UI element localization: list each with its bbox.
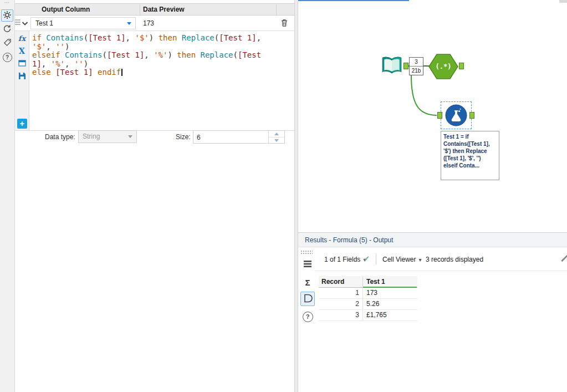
add-expression-button[interactable]: +: [17, 119, 27, 129]
chevron-down-icon: [127, 22, 131, 25]
chevron-down-icon: [128, 135, 132, 138]
output-column-select[interactable]: Test 1: [30, 17, 136, 29]
results-table-header: Record Test 1: [319, 276, 417, 288]
size-input[interactable]: [193, 131, 270, 144]
row-drag-handle[interactable]: [15, 19, 21, 26]
expression-row: Test 1 173: [15, 16, 294, 31]
insert-column-button[interactable]: X: [16, 45, 28, 57]
configuration-tab[interactable]: [1, 9, 13, 22]
text-cursor: [121, 69, 122, 76]
chevron-down-icon: [21, 22, 29, 29]
gear-icon: [3, 11, 12, 21]
formula-editor-gutter: fx X +: [15, 31, 29, 130]
tool-annotation[interactable]: Test 1 = if Contains([Test 1], '$') then…: [441, 131, 499, 180]
value-cell: 173: [363, 288, 417, 298]
results-table: Record Test 1 117325.263£1,765: [319, 276, 417, 321]
table-row: 25.26: [319, 299, 417, 310]
saved-expressions-icon: [18, 59, 26, 69]
refresh-icon: [3, 24, 12, 35]
output-anchor[interactable]: [459, 63, 464, 69]
bubble-icon: [303, 293, 313, 305]
collapse-expression-button[interactable]: [21, 19, 29, 28]
formula-editor[interactable]: if Contains([Test 1], '$') then Replace(…: [29, 31, 294, 93]
panel-splitter[interactable]: [294, 0, 298, 392]
pencil-icon[interactable]: [561, 254, 567, 262]
data-type-select[interactable]: String: [78, 130, 137, 143]
connection-label[interactable]: 3 21b: [409, 57, 423, 75]
alteryx-designer: { "colors": { "accent_blue": "#1e7fd1", …: [0, 0, 567, 392]
results-tab-help[interactable]: ?: [300, 309, 315, 324]
results-drag-handle[interactable]: [300, 250, 313, 254]
apply-button[interactable]: ✔: [364, 254, 370, 263]
toolbar-separator: [376, 253, 376, 264]
annotation-tab[interactable]: [1, 37, 13, 49]
data-preview-header: Data Preview: [143, 6, 185, 13]
flask-icon: [445, 120, 467, 128]
column-divider: [140, 4, 140, 15]
input-anchor[interactable]: [437, 112, 442, 119]
workflow-canvas[interactable]: 3 21b (.*) Test 1 = if Contains([Test 1]…: [298, 0, 567, 232]
size-label: Size:: [176, 133, 191, 141]
results-table-rows: 117325.263£1,765: [319, 288, 417, 321]
triangle-down-icon: [274, 139, 279, 142]
help-tab[interactable]: ?: [1, 51, 13, 63]
results-panel: Σ ? 1 of 1 Fields▾ ✔ Cell Viewer▾ 3 reco…: [298, 247, 567, 392]
output-anchor[interactable]: [469, 112, 474, 119]
connection-label-top: 3: [410, 58, 423, 67]
saved-expressions-button[interactable]: [16, 58, 28, 69]
formula-line: else [Test 1] endif: [32, 68, 294, 77]
help-icon: ?: [303, 312, 313, 322]
formula-line: elseif Contains([Test 1], '%') then Repl…: [32, 51, 294, 60]
input-data-tool[interactable]: [380, 54, 403, 78]
record-cell: 3: [319, 310, 363, 320]
workflow-tab[interactable]: [1, 23, 13, 35]
formula-line: 1], '%', ''): [32, 60, 294, 69]
rows-icon: [303, 260, 312, 269]
data-type-label: Data type:: [45, 133, 75, 141]
fields-dropdown[interactable]: 1 of 1 Fields▾: [324, 256, 366, 263]
cell-viewer-dropdown[interactable]: Cell Viewer▾: [382, 256, 422, 263]
sigma-icon: Σ: [305, 278, 310, 287]
trash-icon: [280, 18, 289, 29]
column-divider: [276, 4, 277, 15]
save-expression-button[interactable]: [16, 71, 28, 82]
results-tab-preview[interactable]: [300, 292, 315, 306]
test1-column-header[interactable]: Test 1: [363, 276, 417, 287]
size-spinner: [268, 131, 284, 143]
record-column-header[interactable]: Record: [319, 276, 363, 287]
data-preview-value: 173: [143, 19, 154, 27]
spinner-up-button[interactable]: [269, 131, 284, 138]
checkmark-icon: ✔: [364, 254, 370, 263]
connection-label-bottom: 21b: [410, 67, 423, 75]
config-tab-strip: ⋯: [0, 0, 15, 392]
save-icon: [18, 72, 26, 82]
tag-icon: [3, 38, 12, 48]
formula-section: fx X + if Contains([Test 1], ': [15, 31, 294, 131]
spinner-down-button[interactable]: [269, 138, 284, 144]
cell-viewer-label: Cell Viewer: [382, 256, 416, 263]
output-anchor[interactable]: [403, 63, 408, 69]
expression-grid-header: Output Column Data Preview: [15, 3, 294, 16]
table-row: 3£1,765: [319, 310, 417, 321]
record-cell: 1: [319, 288, 363, 298]
record-cell: 2: [319, 299, 363, 309]
results-tab-metadata[interactable]: Σ: [300, 275, 315, 289]
connection-wire: [298, 0, 567, 232]
results-tab-table[interactable]: [300, 257, 315, 272]
output-column-value: Test 1: [35, 19, 53, 27]
output-column-header: Output Column: [42, 6, 90, 13]
records-count: 3 records displayed: [426, 256, 483, 263]
regex-tool-label: (.*): [428, 53, 459, 80]
delete-expression-button[interactable]: [278, 17, 291, 29]
results-panel-header: Results - Formula (5) - Output: [298, 232, 567, 247]
value-cell: £1,765: [363, 310, 417, 320]
formula-line: if Contains([Test 1], '$') then Replace(…: [32, 34, 294, 43]
variables-icon: X: [19, 47, 25, 55]
insert-function-button[interactable]: fx: [16, 33, 28, 44]
fields-dropdown-label: 1 of 1 Fields: [324, 256, 360, 263]
size-field: [193, 130, 285, 144]
panel-drag-handle[interactable]: ⋯: [0, 0, 14, 7]
formula-tool[interactable]: [445, 104, 467, 126]
data-type-value: String: [83, 133, 100, 140]
help-icon: ?: [3, 53, 12, 62]
